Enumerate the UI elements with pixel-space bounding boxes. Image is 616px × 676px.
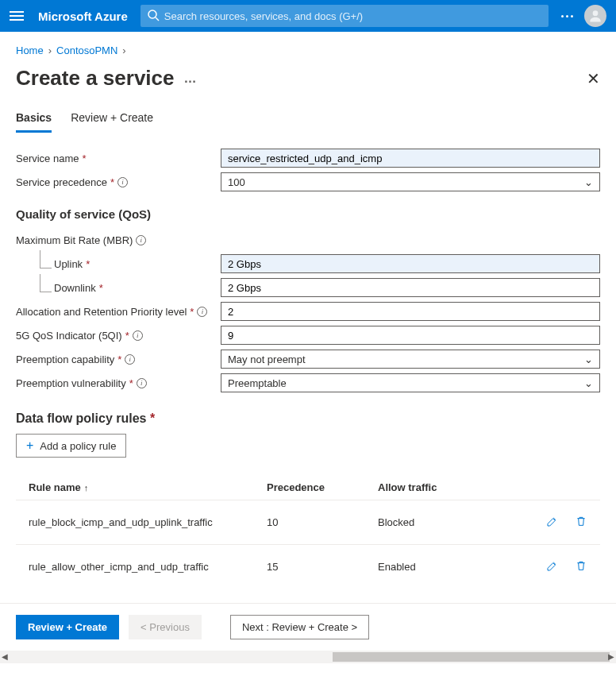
rule-allow-cell: Enabled: [378, 561, 516, 573]
breadcrumb-home[interactable]: Home: [16, 44, 44, 56]
required-icon: *: [125, 330, 129, 342]
brand-label: Microsoft Azure: [38, 10, 128, 23]
hamburger-menu-icon[interactable]: [10, 8, 25, 24]
add-policy-rule-label: Add a policy rule: [40, 440, 116, 452]
service-precedence-label: Service precedence: [16, 176, 107, 188]
next-button[interactable]: Next : Review + Create >: [230, 615, 369, 639]
service-name-input[interactable]: [221, 149, 600, 168]
rules-table: Rule name ↑ Precedence Allow traffic rul…: [16, 475, 600, 589]
required-icon: *: [110, 176, 114, 188]
azure-top-bar: Microsoft Azure: [0, 0, 616, 32]
svg-point-0: [148, 10, 156, 18]
qos-heading: Quality of service (QoS): [16, 207, 600, 221]
review-create-button[interactable]: Review + Create: [16, 615, 119, 639]
preempt-cap-label: Preemption capability: [16, 353, 114, 365]
required-icon: *: [99, 282, 103, 294]
col-precedence[interactable]: Precedence: [267, 481, 378, 493]
user-avatar[interactable]: [584, 5, 606, 27]
rule-name-cell: rule_block_icmp_and_udp_uplink_traffic: [29, 516, 267, 528]
col-rule-name[interactable]: Rule name ↑: [29, 481, 267, 493]
preempt-cap-select[interactable]: May not preempt ⌄: [221, 350, 600, 369]
wizard-footer: Review + Create < Previous Next : Review…: [0, 603, 616, 651]
mbr-label: Maximum Bit Rate (MBR): [16, 234, 133, 246]
rules-heading: Data flow policy rules: [16, 411, 146, 425]
table-row: rule_block_icmp_and_udp_uplink_traffic 1…: [16, 500, 600, 544]
required-icon: *: [129, 377, 133, 389]
required-icon: *: [86, 258, 90, 270]
info-icon[interactable]: [137, 378, 147, 388]
tab-basics[interactable]: Basics: [16, 106, 52, 133]
chevron-down-icon: ⌄: [584, 176, 593, 188]
edit-icon[interactable]: [546, 559, 559, 574]
preempt-cap-value: May not preempt: [228, 353, 306, 365]
chevron-down-icon: ⌄: [584, 377, 593, 389]
page-title: Create a service: [16, 66, 174, 91]
add-policy-rule-button[interactable]: + Add a policy rule: [16, 434, 126, 458]
arp-label: Allocation and Retention Priority level: [16, 306, 187, 318]
tab-review-create[interactable]: Review + Create: [71, 106, 153, 133]
delete-icon[interactable]: [575, 515, 587, 530]
delete-icon[interactable]: [575, 559, 587, 574]
chevron-right-icon: ›: [122, 44, 125, 56]
breadcrumb: Home › ContosoPMN ›: [16, 41, 600, 63]
required-icon: *: [150, 411, 155, 425]
chevron-down-icon: ⌄: [584, 353, 593, 365]
rule-precedence-cell: 10: [267, 516, 378, 528]
info-icon[interactable]: [197, 307, 207, 317]
downlink-label: Downlink: [54, 282, 96, 294]
info-icon[interactable]: [117, 177, 128, 187]
page-title-row: Create a service … ✕: [16, 63, 600, 106]
preempt-vuln-select[interactable]: Preemptable ⌄: [221, 373, 600, 392]
uplink-label: Uplink: [54, 258, 83, 270]
search-input[interactable]: [141, 5, 549, 27]
search-icon: [147, 9, 160, 21]
rule-allow-cell: Blocked: [378, 516, 516, 528]
col-allow-traffic[interactable]: Allow traffic: [378, 481, 516, 493]
sort-asc-icon: ↑: [84, 483, 89, 493]
scroll-left-icon[interactable]: ◀: [2, 652, 8, 661]
service-precedence-select[interactable]: 100 ⌄: [221, 172, 600, 191]
arp-input[interactable]: [221, 302, 600, 321]
rule-precedence-cell: 15: [267, 561, 378, 573]
info-icon[interactable]: [136, 235, 146, 245]
svg-point-2: [593, 10, 599, 16]
fiveqi-label: 5G QoS Indicator (5QI): [16, 330, 122, 342]
rule-name-cell: rule_allow_other_icmp_and_udp_traffic: [29, 561, 267, 573]
fiveqi-input[interactable]: [221, 326, 600, 345]
previous-button: < Previous: [129, 615, 202, 639]
horizontal-scrollbar[interactable]: ◀ ▶: [0, 651, 616, 663]
required-icon: *: [82, 153, 86, 164]
service-name-label: Service name: [16, 153, 79, 164]
required-icon: *: [117, 353, 121, 365]
scroll-right-icon[interactable]: ▶: [608, 652, 614, 661]
preempt-vuln-value: Preemptable: [228, 377, 287, 389]
service-precedence-value: 100: [228, 176, 245, 188]
uplink-input[interactable]: [221, 254, 600, 273]
tabs: Basics Review + Create: [16, 106, 600, 133]
close-icon[interactable]: ✕: [587, 69, 600, 88]
downlink-input[interactable]: [221, 278, 600, 297]
required-icon: *: [190, 306, 194, 318]
info-icon[interactable]: [133, 330, 143, 341]
breadcrumb-item[interactable]: ContosoPMN: [56, 44, 117, 56]
more-actions-icon[interactable]: [561, 15, 573, 17]
table-row: rule_allow_other_icmp_and_udp_traffic 15…: [16, 544, 600, 589]
edit-icon[interactable]: [546, 515, 559, 530]
scrollbar-thumb[interactable]: [333, 652, 610, 662]
plus-icon: +: [26, 439, 33, 452]
svg-line-1: [156, 17, 159, 21]
preempt-vuln-label: Preemption vulnerability: [16, 377, 126, 389]
chevron-right-icon: ›: [48, 44, 52, 56]
title-more-icon[interactable]: …: [183, 71, 197, 86]
global-search: [141, 5, 549, 27]
info-icon[interactable]: [125, 354, 135, 365]
